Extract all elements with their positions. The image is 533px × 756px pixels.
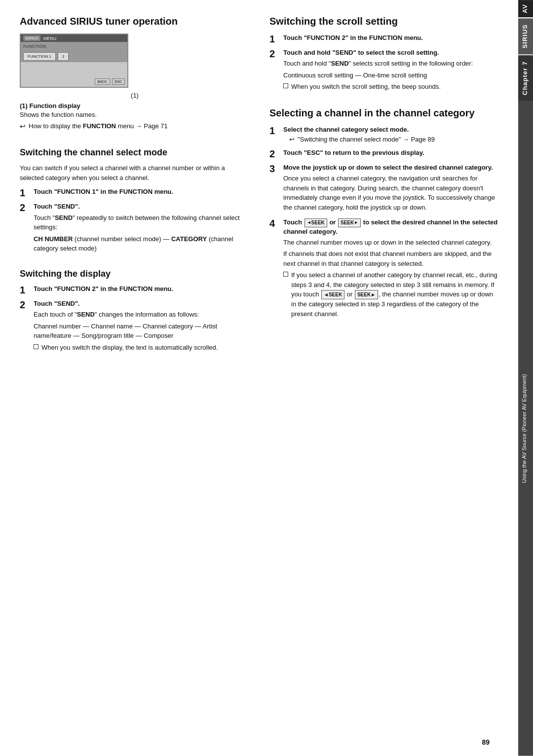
screen-function-text: FUNCTION [23,43,46,49]
cat-step1-title: Select the channel category select mode. [283,125,499,134]
scroll-note-box-icon [283,83,288,88]
cat-step2-content: Touch "ESC" to return to the previous di… [283,148,499,159]
main-content: Advanced SIRIUS tuner operation SIRIUS M… [0,0,514,756]
cat-step4-content: Touch ◄SEEK or SEEK► to select the desir… [283,218,499,321]
step-number-1: 1 [20,187,30,198]
advanced-sirius-title: Advanced SIRIUS tuner operation [20,15,250,28]
step2-detail: CH NUMBER (channel number select mode) —… [34,234,250,253]
step2-title: Touch "SEND". [34,202,250,211]
func-display-heading: (1) Function display [20,102,250,109]
note-seek-back-btn: ◄SEEK [321,290,344,299]
side-tab-strip: AV SIRIUS Chapter 7 Using the AV Source … [514,0,533,756]
display-step1-content: Touch "FUNCTION 2" in the FUNCTION menu. [34,285,250,295]
display-step1-title: Touch "FUNCTION 2" in the FUNCTION menu. [34,285,250,293]
display-step2-detail: Channel number — Channel name — Channel … [34,322,250,341]
scroll-step2: 2 Touch and hold "SEND" to select the sc… [269,48,499,94]
display-section-title: Switching the display [20,268,250,280]
cat-step3-body: Once you select a channel category, the … [283,174,499,212]
display-step2-content: Touch "SEND". Each touch of "SEND" chang… [34,299,250,354]
cat-step-number-4: 4 [269,218,279,229]
display-step2-note: When you switch the display, the text is… [34,343,250,353]
step-number-2: 2 [20,202,30,213]
channel-select-step2: 2 Touch "SEND". Touch "SEND" repeatedly … [20,202,250,255]
cat-step4: 4 Touch ◄SEEK or SEEK► to select the des… [269,218,499,321]
cat-step4-title: Touch ◄SEEK or SEEK► to select the desir… [283,218,499,236]
screen-menu-label: MENU [43,36,57,41]
display-step1: 1 Touch "FUNCTION 2" in the FUNCTION men… [20,285,250,295]
screen-menu-bar: SIRIUS MENU [21,35,127,42]
scroll-step2-body: Touch and hold "SEND" selects scroll set… [283,59,499,69]
cat-step4-body2: If channels that does not exist that cha… [283,249,499,268]
scroll-step2-content: Touch and hold "SEND" to select the scro… [283,48,499,94]
screen-caption: (1) [20,92,250,99]
channel-category-title: Selecting a channel in the channel categ… [269,107,499,119]
screen-function-label-bar: FUNCTION [21,42,127,51]
sirius-tab: SIRIUS [518,18,533,54]
function-menu-note: ↩ How to display the FUNCTION menu → Pag… [20,122,250,130]
left-column: Advanced SIRIUS tuner operation SIRIUS M… [20,15,250,741]
screen-bottom-bar: BACK ESC [95,78,125,85]
display-step2-body: Each touch of "SEND" changes the informa… [34,310,250,320]
scroll-step2-title: Touch and hold "SEND" to select the scro… [283,48,499,57]
cat-step4-note: If you select a channel of another categ… [283,270,499,319]
scroll-step-number-2: 2 [269,48,279,59]
cat-step2-title: Touch "ESC" to return to the previous di… [283,148,499,157]
cat-step-number-3: 3 [269,163,279,174]
scroll-step1: 1 Touch "FUNCTION 2" in the FUNCTION men… [269,34,499,44]
scroll-step2-note-text: When you switch the scroll setting, the … [291,82,441,92]
screen-function2-btn: 2 [58,52,69,61]
display-step-number-1: 1 [20,285,30,295]
scroll-section: Switching the scroll setting 1 Touch "FU… [269,15,499,98]
cat-step1-content: Select the channel category select mode.… [283,125,499,144]
step1-content: Touch "FUNCTION 1" in the FUNCTION menu. [34,187,250,198]
screen-sirius-tag: SIRIUS [23,36,40,41]
display-step-number-2: 2 [20,299,30,310]
cat-step4-note-text: If you select a channel of another categ… [291,270,499,319]
arrow-icon: ↩ [20,122,26,130]
right-column: Switching the scroll setting 1 Touch "FU… [269,15,499,741]
channel-select-title: Switching the channel select mode [20,147,250,158]
note-seek-back-icon: ◄ [324,291,329,298]
note-seek-fwd-btn: SEEK► [355,290,378,299]
screen-image: SIRIUS MENU FUNCTION FUNCTION 1 2 BACK [20,34,128,88]
av-tab: AV [518,0,533,17]
note-seek-fwd-icon: ► [371,291,376,298]
screen-back-btn: BACK [95,78,110,85]
sub-arrow-icon: ↩ [289,136,295,143]
func-display-text: Shows the function names. [20,111,250,118]
cat-step-number-1: 1 [269,125,279,136]
cat-note-box-icon [283,272,288,277]
cat-step3: 3 Move the joystick up or down to select… [269,163,499,214]
channel-category-section: Selecting a channel in the channel categ… [269,107,499,325]
scroll-step1-title: Touch "FUNCTION 2" in the FUNCTION menu. [283,34,499,42]
advanced-sirius-section: Advanced SIRIUS tuner operation SIRIUS M… [20,15,250,138]
cat-step1: 1 Select the channel category select mod… [269,125,499,144]
scroll-step2-detail: Continuous scroll setting — One-time scr… [283,71,499,80]
scroll-step1-content: Touch "FUNCTION 2" in the FUNCTION menu. [283,34,499,44]
seek-fwd-btn: SEEK► [338,218,361,227]
cat-step1-subnote-text: "Switching the channel select mode" → Pa… [298,136,435,143]
scroll-step2-note: When you switch the scroll setting, the … [283,82,499,92]
display-step2-title: Touch "SEND". [34,299,250,308]
display-step2-note-text: When you switch the display, the text is… [41,343,218,353]
channel-select-step1: 1 Touch "FUNCTION 1" in the FUNCTION men… [20,187,250,198]
chapter-tab: Chapter 7 [518,55,533,101]
screen-esc-btn: ESC [112,78,125,85]
display-step2: 2 Touch "SEND". Each touch of "SEND" cha… [20,299,250,354]
page: Advanced SIRIUS tuner operation SIRIUS M… [0,0,533,756]
channel-select-section: Switching the channel select mode You ca… [20,147,250,259]
screen-inner: SIRIUS MENU FUNCTION FUNCTION 1 2 BACK [21,35,127,87]
step2-content: Touch "SEND". Touch "SEND" repeatedly to… [34,202,250,255]
channel-select-body: You can switch if you select a channel w… [20,163,250,182]
cat-step3-content: Move the joystick up or down to select t… [283,163,499,214]
cat-step3-title: Move the joystick up or down to select t… [283,163,499,172]
chapter-number: 7 [521,61,529,65]
seek-back-btn: ◄SEEK [305,218,327,227]
cat-step1-subnote: ↩ "Switching the channel select mode" → … [289,136,499,143]
scroll-step-number-1: 1 [269,34,279,44]
chapter-label: Chapter [521,68,529,95]
display-section: Switching the display 1 Touch "FUNCTION … [20,268,250,359]
screen-function1-btn: FUNCTION 1 [23,52,56,61]
seek-fwd-icon: ► [354,219,358,226]
scroll-section-title: Switching the scroll setting [269,15,499,28]
